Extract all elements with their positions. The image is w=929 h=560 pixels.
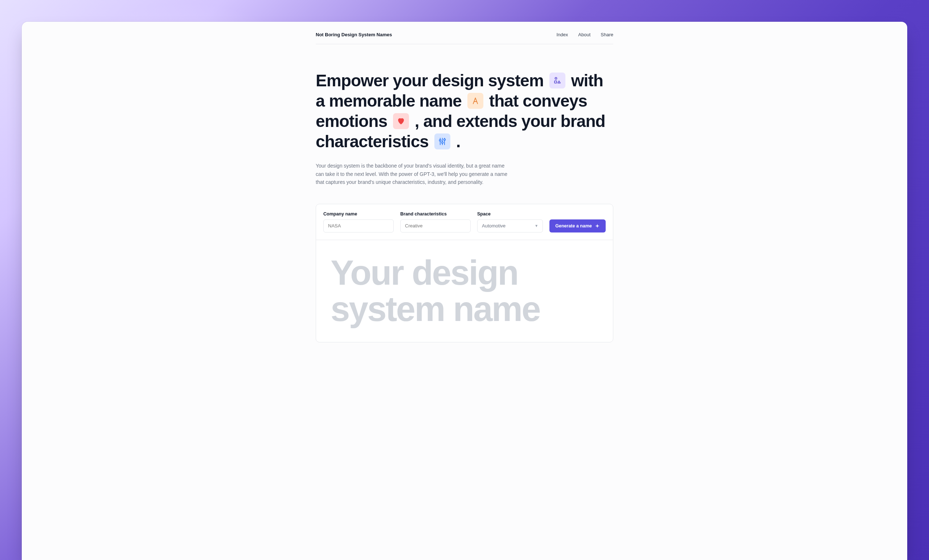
letter-a-icon bbox=[468, 93, 483, 109]
brand-title: Not Boring Design System Names bbox=[316, 32, 392, 37]
generator-form-card: Company name Brand characteristics Space… bbox=[316, 204, 613, 343]
svg-point-7 bbox=[444, 139, 446, 141]
heart-icon bbox=[393, 113, 409, 129]
nav-link-index[interactable]: Index bbox=[556, 32, 568, 37]
form-inputs-row: Company name Brand characteristics Space… bbox=[316, 204, 613, 240]
hero-text-5: . bbox=[456, 132, 460, 151]
hero-text-1: Empower your design system bbox=[316, 71, 548, 90]
svg-point-0 bbox=[555, 77, 556, 79]
space-select[interactable]: Automotive ▼ bbox=[477, 219, 543, 233]
company-input[interactable] bbox=[323, 219, 394, 233]
top-nav: Index About Share bbox=[556, 32, 614, 37]
space-label: Space bbox=[477, 211, 543, 217]
sparkle-icon bbox=[595, 223, 600, 228]
hero-title: Empower your design system with a memora… bbox=[316, 70, 613, 151]
space-field: Space Automotive ▼ bbox=[477, 211, 543, 233]
result-area: Your design system name bbox=[316, 240, 613, 343]
characteristics-input[interactable] bbox=[400, 219, 471, 233]
svg-point-5 bbox=[442, 142, 443, 144]
characteristics-field: Brand characteristics bbox=[400, 211, 471, 233]
generate-button-label: Generate a name bbox=[555, 223, 592, 228]
sliders-icon bbox=[434, 133, 450, 150]
svg-point-3 bbox=[440, 140, 441, 141]
space-selected-value: Automotive bbox=[482, 223, 506, 228]
generate-button[interactable]: Generate a name bbox=[549, 219, 606, 233]
shapes-icon bbox=[549, 72, 566, 89]
hero-section: Empower your design system with a memora… bbox=[316, 70, 613, 187]
result-placeholder: Your design system name bbox=[331, 255, 598, 328]
svg-rect-1 bbox=[555, 81, 556, 83]
hero-subtitle: Your design system is the backbone of yo… bbox=[316, 162, 512, 186]
nav-link-about[interactable]: About bbox=[578, 32, 590, 37]
characteristics-label: Brand characteristics bbox=[400, 211, 471, 217]
company-field: Company name bbox=[323, 211, 394, 233]
chevron-down-icon: ▼ bbox=[535, 224, 538, 228]
nav-link-share[interactable]: Share bbox=[601, 32, 613, 37]
content-container: Not Boring Design System Names Index Abo… bbox=[301, 22, 628, 343]
page-header: Not Boring Design System Names Index Abo… bbox=[316, 32, 613, 44]
app-window: Not Boring Design System Names Index Abo… bbox=[22, 22, 907, 560]
company-label: Company name bbox=[323, 211, 394, 217]
